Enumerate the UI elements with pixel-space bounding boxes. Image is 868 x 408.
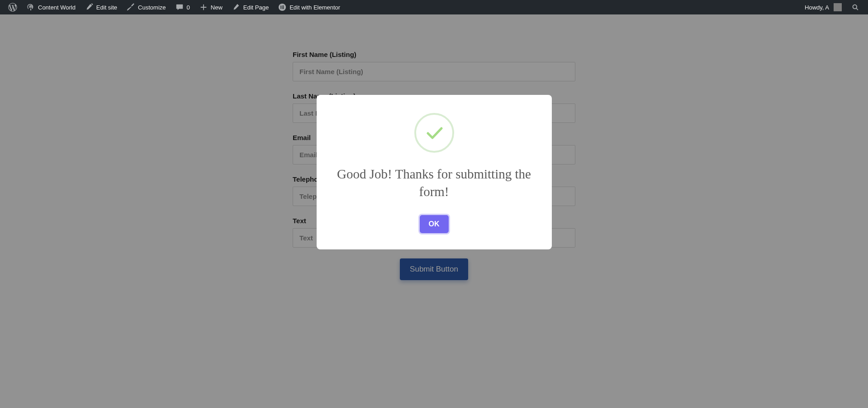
site-name-text: Content World: [38, 4, 76, 11]
svg-rect-4: [282, 8, 284, 9]
success-modal: Good Job! Thanks for submitting the form…: [317, 95, 552, 249]
admin-bar-right: Howdy, A: [800, 0, 864, 14]
edit-page-link[interactable]: Edit Page: [227, 0, 273, 14]
customize-link[interactable]: Customize: [122, 0, 170, 14]
search-toggle[interactable]: [846, 0, 864, 14]
greeting-text: Howdy, A: [805, 4, 829, 11]
svg-rect-2: [282, 5, 284, 6]
new-text: New: [211, 4, 223, 11]
edit-site-text: Edit site: [96, 4, 117, 11]
modal-message: Good Job! Thanks for submitting the form…: [335, 165, 534, 201]
ok-button[interactable]: OK: [420, 215, 449, 233]
comment-icon: [175, 3, 184, 12]
edit-site-icon: [85, 3, 94, 12]
user-menu[interactable]: Howdy, A: [800, 0, 846, 14]
wp-admin-bar: Content World Edit site Customize 0 New: [0, 0, 868, 14]
wp-logo-menu[interactable]: [4, 0, 22, 14]
svg-rect-3: [282, 7, 284, 8]
dashboard-icon: [26, 3, 35, 12]
comments-link[interactable]: 0: [171, 0, 194, 14]
svg-rect-1: [281, 5, 282, 9]
customize-text: Customize: [138, 4, 166, 11]
pencil-icon: [232, 3, 241, 12]
admin-bar-left: Content World Edit site Customize 0 New: [4, 0, 345, 14]
comment-count: 0: [187, 4, 190, 11]
edit-page-text: Edit Page: [243, 4, 269, 11]
search-icon: [851, 3, 860, 12]
plus-icon: [199, 3, 208, 12]
elementor-icon: [278, 3, 287, 12]
edit-elementor-text: Edit with Elementor: [289, 4, 340, 11]
customize-icon: [126, 3, 135, 12]
edit-elementor-link[interactable]: Edit with Elementor: [273, 0, 345, 14]
new-content-link[interactable]: New: [194, 0, 227, 14]
checkmark-icon: [414, 113, 454, 153]
site-name-link[interactable]: Content World: [22, 0, 80, 14]
wordpress-icon: [8, 3, 17, 12]
edit-site-link[interactable]: Edit site: [80, 0, 122, 14]
avatar: [834, 3, 842, 11]
